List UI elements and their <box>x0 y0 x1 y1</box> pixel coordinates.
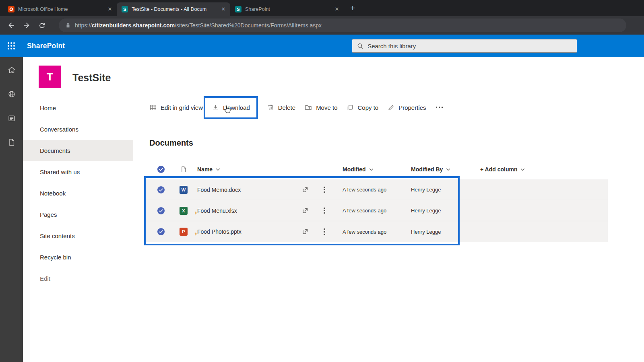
trash-icon <box>267 104 275 111</box>
chevron-down-icon <box>369 168 374 171</box>
sharepoint-icon: S <box>122 6 128 12</box>
command-label: Edit in grid view <box>161 104 203 111</box>
sidebar-item-documents[interactable]: Documents <box>23 140 133 161</box>
share-icon <box>301 228 309 235</box>
column-header-modified-by[interactable]: Modified By <box>407 166 480 173</box>
back-icon <box>7 21 15 29</box>
sidebar-item-shared-with-us[interactable]: Shared with us <box>23 161 133 183</box>
file-name-link[interactable]: Food Memo.docx <box>197 187 241 193</box>
search-input[interactable] <box>367 43 572 49</box>
file-type-column-icon[interactable] <box>172 166 195 173</box>
row-checkbox[interactable] <box>150 186 172 193</box>
sharepoint-icon: S <box>235 6 242 12</box>
url-scheme: https:// <box>75 22 92 29</box>
check-circle-icon <box>157 186 165 193</box>
word-file-icon: W <box>180 186 188 194</box>
command-bar: Edit in grid view Download Delete Move t… <box>149 97 444 118</box>
file-name-link[interactable]: Food Menu.xlsx <box>197 208 237 214</box>
browser-tab-strip: Microsoft Office Home ✕ S TestSite - Doc… <box>0 0 644 16</box>
share-button[interactable] <box>295 186 315 193</box>
tab-title: TestSite - Documents - All Docum <box>132 6 216 12</box>
new-tab-button[interactable]: + <box>350 4 355 12</box>
chevron-down-icon <box>520 168 525 171</box>
row-more-icon[interactable] <box>315 228 334 235</box>
tab-sharepoint[interactable]: S SharePoint ✕ <box>230 2 344 16</box>
globe-icon[interactable] <box>7 89 17 99</box>
reload-button[interactable] <box>35 19 48 32</box>
sidebar-item-home[interactable]: Home <box>23 97 133 119</box>
url-path: /sites/TestSite/Shared%20Documents/Forms… <box>175 22 322 29</box>
svg-text:S: S <box>237 7 239 12</box>
table-row[interactable]: P Food Photos.pptx A few seconds ago Hen… <box>146 221 608 242</box>
check-circle-icon <box>157 207 165 214</box>
column-header-modified[interactable]: Modified <box>334 166 407 173</box>
site-logo[interactable]: T <box>39 66 61 88</box>
library-title: Documents <box>149 138 193 148</box>
share-button[interactable] <box>295 207 315 214</box>
grid-view-icon <box>149 104 157 111</box>
library-rows: W Food Memo.docx A few seconds ago Henry… <box>146 179 608 242</box>
sidebar-item-edit[interactable]: Edit <box>23 268 133 289</box>
home-icon[interactable] <box>7 65 17 75</box>
command-label: Delete <box>278 104 295 111</box>
more-options-icon[interactable] <box>435 104 444 111</box>
library-search-box[interactable] <box>352 39 577 53</box>
library-column-headers: Name Modified Modified By + Add column <box>146 160 608 179</box>
chevron-down-icon <box>446 168 450 171</box>
sidebar-item-notebook[interactable]: Notebook <box>23 183 133 204</box>
tab-office-home[interactable]: Microsoft Office Home ✕ <box>3 2 117 16</box>
share-icon <box>301 186 309 193</box>
url-text: https://citizenbuilders.sharepoint.com/s… <box>75 22 322 29</box>
file-name-link[interactable]: Food Photos.pptx <box>197 228 242 235</box>
app-rail <box>0 57 23 362</box>
move-to-icon <box>304 103 312 111</box>
row-checkbox[interactable] <box>150 228 172 235</box>
table-row[interactable]: W Food Memo.docx A few seconds ago Henry… <box>146 179 608 200</box>
url-domain: citizenbuilders.sharepoint.com <box>92 22 175 29</box>
share-button[interactable] <box>295 228 315 235</box>
add-column-button[interactable]: + Add column <box>480 166 608 173</box>
app-launcher-waffle-icon[interactable] <box>7 42 15 50</box>
suite-bar: SharePoint <box>0 35 644 57</box>
command-label: Properties <box>398 104 426 111</box>
download-annotation-box: Download <box>204 96 258 119</box>
tab-testsite-documents[interactable]: S TestSite - Documents - All Docum ✕ <box>117 2 230 16</box>
chevron-down-icon <box>216 168 220 171</box>
download-button[interactable]: Download <box>212 104 250 111</box>
news-icon[interactable] <box>7 113 17 123</box>
row-checkbox[interactable] <box>150 207 172 214</box>
sidebar-item-conversations[interactable]: Conversations <box>23 119 133 140</box>
address-bar[interactable]: https://citizenbuilders.sharepoint.com/s… <box>59 19 626 32</box>
edit-in-grid-view-button[interactable]: Edit in grid view <box>149 104 203 111</box>
copy-to-button[interactable]: Copy to <box>346 104 378 111</box>
back-button[interactable] <box>5 19 18 32</box>
sidebar-item-recycle-bin[interactable]: Recycle bin <box>23 247 133 268</box>
delete-button[interactable]: Delete <box>267 104 295 111</box>
forward-button[interactable] <box>20 19 33 32</box>
sidebar-item-pages[interactable]: Pages <box>23 204 133 225</box>
select-all-checkbox[interactable] <box>150 166 172 173</box>
modified-value: A few seconds ago <box>334 229 407 235</box>
row-more-icon[interactable] <box>315 187 334 193</box>
sharepoint-brand-link[interactable]: SharePoint <box>27 42 65 50</box>
new-item-sparkle-icon <box>194 211 198 215</box>
reload-icon <box>38 22 46 29</box>
site-title[interactable]: TestSite <box>72 72 111 84</box>
table-row[interactable]: X Food Menu.xlsx A few seconds ago Henry… <box>146 200 608 221</box>
close-icon[interactable]: ✕ <box>333 6 341 13</box>
powerpoint-file-icon: P <box>180 228 188 236</box>
forward-icon <box>23 21 31 29</box>
move-to-button[interactable]: Move to <box>304 103 337 111</box>
pencil-icon <box>387 104 395 111</box>
search-icon <box>357 43 363 49</box>
check-circle-icon <box>157 166 165 173</box>
row-more-icon[interactable] <box>315 208 334 214</box>
document-icon[interactable] <box>7 138 17 147</box>
column-header-name[interactable]: Name <box>195 166 295 173</box>
properties-button[interactable]: Properties <box>387 104 426 111</box>
sidebar-item-site-contents[interactable]: Site contents <box>23 225 133 247</box>
close-icon[interactable]: ✕ <box>220 6 227 13</box>
command-label: Copy to <box>357 104 378 111</box>
close-icon[interactable]: ✕ <box>106 6 114 13</box>
tab-title: Microsoft Office Home <box>18 6 103 12</box>
